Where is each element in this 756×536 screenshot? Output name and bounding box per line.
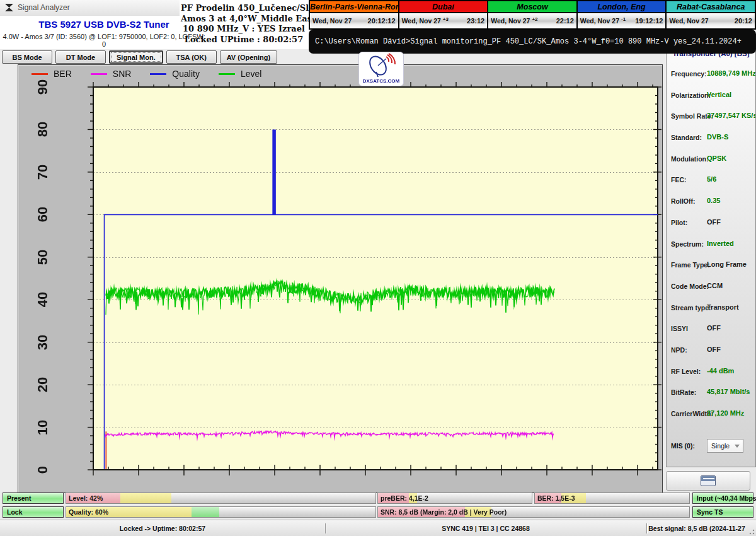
mode-tabs: BS Mode DT Mode Signal Mon. TSA (OK) AV … [2,50,277,64]
legend-line-swatch [150,73,166,75]
transponder-row-value: CCM [707,282,723,289]
mode-tab[interactable]: TSA (OK) [166,50,217,64]
transponder-row-value: QPSK [707,154,726,162]
mode-tab[interactable]: BS Mode [2,50,52,64]
save-icon [701,475,716,486]
transponder-row: FEC: 5/6 [667,170,755,191]
present-badge: Present [3,492,64,504]
transponder-row-label: Code Mode: [671,283,709,290]
clock-time-row: Wed, Nov 27 +2 22:12 [488,13,576,28]
clock: Berlin-Paris-Vienna-Roma Wed, Nov 27 20:… [310,1,398,28]
quality-meter: Quality: 60% [66,506,376,518]
transponder-row-value: Inverted [707,240,734,247]
clock: London, Eng Wed, Nov 27 -1 19:12:12 [578,1,666,28]
dxsatcs-logo: DXSATCS.COM [358,52,404,86]
transponder-row-value: Vertical [707,91,731,98]
mis-row: MIS (0): Single [667,437,755,456]
level-meter-label: Level: 42% [69,493,103,503]
legend-item: Level [219,69,261,79]
clock-time-row: Wed, Nov 27 -1 19:12:12 [578,13,666,28]
legend-line-swatch [219,73,235,75]
meter-fill-yellow [120,493,171,503]
transponder-row-label: Polarization: [671,91,711,99]
sync-ts-badge: Sync TS [692,506,753,518]
mis-selected-value: Single [711,442,730,450]
clock-utc-offset: +2 [532,16,537,22]
transponder-row: Stream type: Transport [667,298,755,319]
transponder-row-value: Transport [707,303,739,311]
mode-tab[interactable]: Signal Mon. [109,50,163,64]
legend-item: BER [32,69,72,79]
transponder-row: Symbol Rate: 27497,547 KS/s [667,106,755,127]
transponder-row-label: Stream type: [671,304,711,312]
legend-line-swatch [32,73,48,75]
transponder-row-value: 5/6 [707,175,716,183]
clock-date: Wed, Nov 27 [580,17,619,25]
terminal-command-text: C:\Users\Roman Dávid>Signal monitoring_P… [315,37,742,46]
clock-utc-offset: -1 [621,16,626,22]
clock-city-label: London, Eng [578,1,666,13]
transponder-row: Frequency: 10889,749 MHz [667,64,755,85]
transponder-row-label: ISSYI [671,325,688,332]
transponder-row: RollOff: 0.35 [667,191,755,213]
transponder-row-value: 45,817 Mbit/s [707,388,750,395]
clock-time: 20:12 [735,17,752,25]
transponder-row-value: 10889,749 MHz [707,69,756,77]
transponder-panel: Transponder (A0) [BS] Frequency: 10889,7… [666,48,756,467]
world-clocks: Berlin-Paris-Vienna-Roma Wed, Nov 27 20:… [309,0,756,30]
mode-tab[interactable]: AV (Opening) [220,50,277,64]
transponder-row-label: Frequency: [671,70,707,78]
legend-item: SNR [91,69,132,79]
mode-tab[interactable]: DT Mode [55,50,106,64]
transponder-row-value: OFF [707,218,721,226]
transponder-row-label: NPD: [671,346,687,354]
transponder-row: RF Level: -44 dBm [667,361,755,383]
transponder-row-label: Spectrum: [671,240,704,248]
legend-label: Quality [172,69,200,79]
transponder-row: Standard: DVB-S [667,127,755,149]
transponder-row: Pilot: OFF [667,213,755,234]
clock-utc-offset: +3 [443,16,449,22]
transponder-row: Code Mode: CCM [667,276,755,298]
title-bar[interactable]: Signal Analyzer [0,0,180,15]
transponder-row-label: RF Level: [671,368,701,375]
logo-text: DXSATCS.COM [363,78,400,86]
clock-city-label: Dubai [399,1,488,13]
preber-meter-label: preBER: 4,1E-2 [381,493,428,503]
site-header: PF Prodelin 450_Lučenec/Slovakia Amos 3 … [181,3,307,45]
clock-time: 19:12:12 [635,17,663,25]
signal-chart-canvas [18,64,663,493]
transponder-row-label: Modulation: [671,155,708,163]
transponder-row-value: -44 dBm [707,367,734,375]
clock-city-label: Berlin-Paris-Vienna-Roma [310,1,398,13]
mis-dropdown[interactable]: Single [707,439,743,453]
status-locked-uptime: Locked -> Uptime: 80:02:57 [0,520,325,536]
ber-meter: BER: 1,5E-3 [534,492,690,504]
clock: Rabat-Casablanca Wed, Nov 27 20:12 [667,1,755,28]
transponder-row: Frame Type: Long Frame [667,255,755,276]
terminal-window[interactable]: C:\Users\Roman Dávid>Signal monitoring_P… [309,30,756,54]
satellite-dish-icon [359,53,403,78]
transponder-row: BitRate: 45,817 Mbit/s [667,382,755,404]
clock-time: 22:12 [556,17,574,25]
transponder-row-value: OFF [707,324,721,332]
window-title: Signal Analyzer [18,3,70,12]
legend-item: Quality [150,69,200,79]
meter-fill-green [192,507,219,517]
chart-legend: BER SNR Quality Level [32,69,261,79]
transponder-row-label: BitRate: [671,388,696,396]
resize-grip-icon[interactable] [747,527,755,535]
transponder-row-value: DVB-S [707,133,728,141]
transponder-row-value: 37,120 MHz [707,409,744,417]
transponder-rows: Frequency: 10889,749 MHz Polarization: V… [667,64,755,425]
transponder-row: Polarization: Vertical [667,85,755,107]
clock-date: Wed, Nov 27 [312,17,352,25]
save-button[interactable] [666,471,750,491]
clock-date: Wed, Nov 27 [491,17,530,25]
lock-badge: Lock [3,506,64,518]
transponder-row: Spectrum: Inverted [667,234,755,255]
tuner-name: TBS 5927 USB DVB-S2 Tuner [0,19,208,30]
site-header-line1: PF Prodelin 450_Lučenec/Slovakia [181,3,307,14]
level-meter: Level: 42% [66,492,376,504]
clock-time: 20:12:12 [368,17,396,25]
